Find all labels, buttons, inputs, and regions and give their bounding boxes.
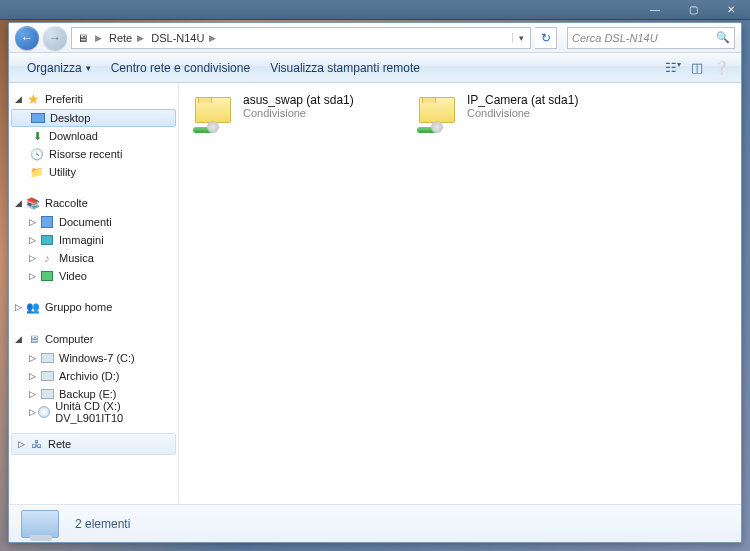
- search-icon[interactable]: 🔍: [716, 31, 730, 44]
- computer-header[interactable]: ◢ 🖥 Computer: [9, 329, 178, 349]
- expand-icon: ▷: [29, 353, 39, 363]
- sidebar-item-download[interactable]: ⬇ Download: [9, 127, 178, 145]
- computer-group: ◢ 🖥 Computer ▷ Windows-7 (C:) ▷ Archivio…: [9, 329, 178, 421]
- sidebar-item-cd-drive[interactable]: ▷ Unità CD (X:) DV_L901IT10: [9, 403, 178, 421]
- sidebar-item-utility[interactable]: 📁 Utility: [9, 163, 178, 181]
- documents-icon: [39, 214, 55, 230]
- sidebar-item-documents[interactable]: ▷ Documenti: [9, 213, 178, 231]
- share-type: Condivisione: [243, 107, 354, 119]
- sidebar-item-drive-d[interactable]: ▷ Archivio (D:): [9, 367, 178, 385]
- view-options-button[interactable]: ☷ ▾: [661, 60, 685, 75]
- drive-icon: [39, 350, 55, 366]
- favorites-header[interactable]: ◢ ★ Preferiti: [9, 89, 178, 109]
- chevron-right-icon: ▶: [206, 33, 219, 43]
- drive-icon: [39, 386, 55, 402]
- command-bar: Organizza▾ Centro rete e condivisione Vi…: [9, 53, 741, 83]
- close-button[interactable]: ✕: [718, 3, 744, 17]
- collapse-icon: ◢: [15, 334, 25, 344]
- back-button[interactable]: ←: [15, 26, 39, 50]
- status-bar: 2 elementi: [9, 504, 741, 542]
- expand-icon: ▷: [15, 302, 25, 312]
- homegroup-icon: 👥: [25, 299, 41, 315]
- desktop-icon: [30, 110, 46, 126]
- chevron-right-icon: ▶: [134, 33, 147, 43]
- organize-menu[interactable]: Organizza▾: [17, 53, 101, 82]
- download-icon: ⬇: [29, 128, 45, 144]
- nav-bar: ← → 🖥 ▶ Rete ▶ DSL-N14U ▶ ▾ ↻ Cerca DSL-…: [9, 23, 741, 53]
- breadcrumb-segment[interactable]: Rete: [105, 28, 134, 48]
- view-remote-printers-button[interactable]: Visualizza stampanti remote: [260, 53, 430, 82]
- sidebar-item-video[interactable]: ▷ Video: [9, 267, 178, 285]
- libraries-icon: 📚: [25, 195, 41, 211]
- folder-icon: 📁: [29, 164, 45, 180]
- share-item[interactable]: asus_swap (at sda1) Condivisione: [193, 93, 393, 135]
- libraries-header[interactable]: ◢ 📚 Raccolte: [9, 193, 178, 213]
- navigation-pane: ◢ ★ Preferiti Desktop ⬇ Download 🕓 Risor…: [9, 83, 179, 504]
- share-folder-icon: [193, 93, 235, 135]
- share-name: IP_Camera (at sda1): [467, 93, 578, 107]
- music-icon: ♪: [39, 250, 55, 266]
- computer-icon: 🖥: [25, 331, 41, 347]
- expand-icon: ▷: [29, 271, 39, 281]
- status-icon: [21, 510, 59, 538]
- video-icon: [39, 268, 55, 284]
- status-text: 2 elementi: [75, 517, 130, 531]
- network-group: ▷ 🖧 Rete: [9, 433, 178, 455]
- chevron-down-icon: ▾: [86, 63, 91, 73]
- collapse-icon: ◢: [15, 94, 25, 104]
- network-icon: 🖧: [28, 436, 44, 452]
- expand-icon: ▷: [29, 235, 39, 245]
- breadcrumb-segment[interactable]: DSL-N14U: [147, 28, 206, 48]
- sidebar-item-pictures[interactable]: ▷ Immagini: [9, 231, 178, 249]
- share-name: asus_swap (at sda1): [243, 93, 354, 107]
- sidebar-item-desktop[interactable]: Desktop: [11, 109, 176, 127]
- expand-icon: ▷: [29, 217, 39, 227]
- homegroup-group: ▷ 👥 Gruppo home: [9, 297, 178, 317]
- share-type: Condivisione: [467, 107, 578, 119]
- favorites-group: ◢ ★ Preferiti Desktop ⬇ Download 🕓 Risor…: [9, 89, 178, 181]
- preview-pane-button[interactable]: ◫: [685, 60, 709, 75]
- search-input[interactable]: Cerca DSL-N14U 🔍: [567, 27, 735, 49]
- homegroup-header[interactable]: ▷ 👥 Gruppo home: [9, 297, 178, 317]
- expand-icon: ▷: [29, 371, 39, 381]
- address-dropdown[interactable]: ▾: [512, 33, 530, 43]
- expand-icon: ▷: [18, 439, 28, 449]
- expand-icon: ▷: [29, 407, 38, 417]
- expand-icon: ▷: [29, 253, 39, 263]
- address-bar[interactable]: 🖥 ▶ Rete ▶ DSL-N14U ▶ ▾: [71, 27, 531, 49]
- expand-icon: ▷: [29, 389, 39, 399]
- search-placeholder: Cerca DSL-N14U: [572, 32, 658, 44]
- refresh-button[interactable]: ↻: [535, 27, 557, 49]
- collapse-icon: ◢: [15, 198, 25, 208]
- network-header[interactable]: ▷ 🖧 Rete: [11, 433, 176, 455]
- computer-icon: 🖥: [72, 32, 92, 44]
- sidebar-item-drive-c[interactable]: ▷ Windows-7 (C:): [9, 349, 178, 367]
- pictures-icon: [39, 232, 55, 248]
- chevron-right-icon: ▶: [92, 33, 105, 43]
- maximize-button[interactable]: ▢: [680, 3, 706, 17]
- star-icon: ★: [25, 91, 41, 107]
- forward-button[interactable]: →: [43, 26, 67, 50]
- recent-icon: 🕓: [29, 146, 45, 162]
- drive-icon: [39, 368, 55, 384]
- libraries-group: ◢ 📚 Raccolte ▷ Documenti ▷ Immagini ▷ ♪: [9, 193, 178, 285]
- explorer-window: ← → 🖥 ▶ Rete ▶ DSL-N14U ▶ ▾ ↻ Cerca DSL-…: [8, 22, 742, 543]
- minimize-button[interactable]: —: [642, 3, 668, 17]
- sidebar-item-music[interactable]: ▷ ♪ Musica: [9, 249, 178, 267]
- sidebar-item-recent[interactable]: 🕓 Risorse recenti: [9, 145, 178, 163]
- window-titlebar: — ▢ ✕: [0, 0, 750, 20]
- help-button[interactable]: ❔: [709, 60, 733, 75]
- content-pane[interactable]: asus_swap (at sda1) Condivisione IP_Came…: [179, 83, 741, 504]
- share-folder-icon: [417, 93, 459, 135]
- cd-icon: [38, 404, 52, 420]
- share-item[interactable]: IP_Camera (at sda1) Condivisione: [417, 93, 617, 135]
- network-center-button[interactable]: Centro rete e condivisione: [101, 53, 260, 82]
